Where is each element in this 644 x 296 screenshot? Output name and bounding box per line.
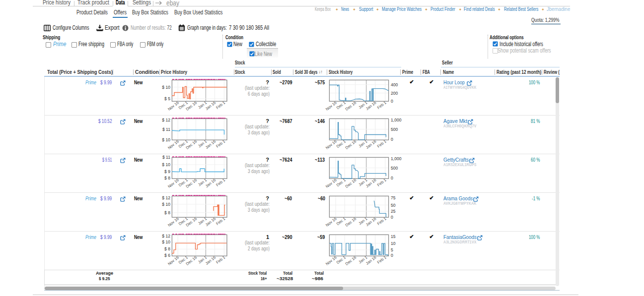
svg-text:0: 0: [391, 99, 393, 104]
svg-text:0: 0: [391, 253, 393, 258]
svg-text:Nov 16: Nov 16: [325, 139, 338, 150]
svg-text:$ 10: $ 10: [162, 202, 170, 207]
svg-text:Feb 1: Feb 1: [215, 178, 226, 187]
svg-text:$ 10: $ 10: [162, 137, 170, 142]
svg-text:Feb 1: Feb 1: [215, 100, 226, 110]
svg-text:$ 11: $ 11: [162, 155, 170, 160]
svg-text:$ 8: $ 8: [164, 176, 170, 180]
svg-text:Dec 16: Dec 16: [345, 178, 358, 189]
svg-text:Dec 16: Dec 16: [345, 139, 358, 150]
svg-text:500: 500: [391, 127, 398, 132]
svg-text:Jan 16: Jan 16: [365, 255, 377, 266]
svg-text:$ 6: $ 6: [164, 253, 170, 258]
svg-text:1,000: 1,000: [391, 156, 402, 161]
svg-text:Jan 16: Jan 16: [365, 178, 377, 188]
svg-text:Feb 1: Feb 1: [376, 255, 387, 265]
svg-text:Dec 16: Dec 16: [345, 100, 358, 112]
svg-text:Feb 1: Feb 1: [376, 216, 387, 226]
svg-text:Feb 1: Feb 1: [215, 255, 226, 265]
svg-text:Feb 1: Feb 1: [376, 100, 387, 110]
svg-text:Feb 1: Feb 1: [376, 139, 387, 149]
svg-text:Nov 16: Nov 16: [325, 100, 338, 112]
svg-text:Nov 16: Nov 16: [325, 255, 338, 266]
svg-text:Jan 16: Jan 16: [205, 216, 217, 227]
svg-text:10: 10: [391, 241, 396, 246]
svg-text:$ 10: $ 10: [162, 239, 170, 244]
svg-text:Dec 16: Dec 16: [345, 216, 358, 228]
svg-text:Nov 16: Nov 16: [325, 216, 338, 228]
svg-text:$ 10: $ 10: [162, 85, 170, 90]
svg-text:$ 10: $ 10: [162, 162, 170, 167]
svg-text:0: 0: [391, 215, 393, 220]
svg-text:$ 5: $ 5: [164, 96, 170, 101]
svg-text:Jan 16: Jan 16: [205, 139, 217, 150]
svg-text:1,000: 1,000: [391, 118, 402, 122]
svg-text:$ 12: $ 12: [162, 118, 170, 122]
svg-text:15: 15: [391, 234, 396, 239]
svg-text:200: 200: [391, 91, 398, 96]
svg-text:Nov 16: Nov 16: [167, 216, 180, 228]
svg-text:$ 8: $ 8: [164, 210, 170, 215]
svg-text:0: 0: [391, 137, 393, 142]
svg-text:Jan 16: Jan 16: [205, 255, 217, 266]
svg-text:25: 25: [391, 209, 396, 214]
svg-text:$ 12: $ 12: [162, 195, 170, 200]
svg-text:Feb 1: Feb 1: [215, 139, 226, 149]
svg-text:5: 5: [391, 247, 393, 252]
svg-text:Jan 16: Jan 16: [365, 216, 377, 227]
svg-text:Nov 16: Nov 16: [325, 178, 338, 189]
svg-text:75: 75: [391, 195, 396, 200]
svg-text:500: 500: [391, 166, 398, 171]
svg-text:Jan 16: Jan 16: [365, 100, 377, 111]
svg-text:Dec 16: Dec 16: [345, 255, 358, 266]
svg-text:Nov 16: Nov 16: [167, 100, 180, 112]
svg-text:$ 11: $ 11: [162, 127, 170, 132]
svg-text:Jan 16: Jan 16: [365, 139, 377, 150]
svg-text:Feb 1: Feb 1: [376, 178, 387, 187]
svg-text:$ 9: $ 9: [164, 169, 170, 174]
svg-text:$ 8: $ 8: [164, 246, 170, 251]
svg-text:0: 0: [391, 176, 393, 180]
svg-text:400: 400: [391, 82, 398, 87]
svg-text:Jan 16: Jan 16: [205, 100, 217, 111]
svg-text:Jan 16: Jan 16: [205, 178, 217, 188]
svg-text:50: 50: [391, 203, 396, 208]
svg-text:$ 12: $ 12: [162, 234, 170, 238]
svg-text:Feb 1: Feb 1: [215, 216, 226, 226]
